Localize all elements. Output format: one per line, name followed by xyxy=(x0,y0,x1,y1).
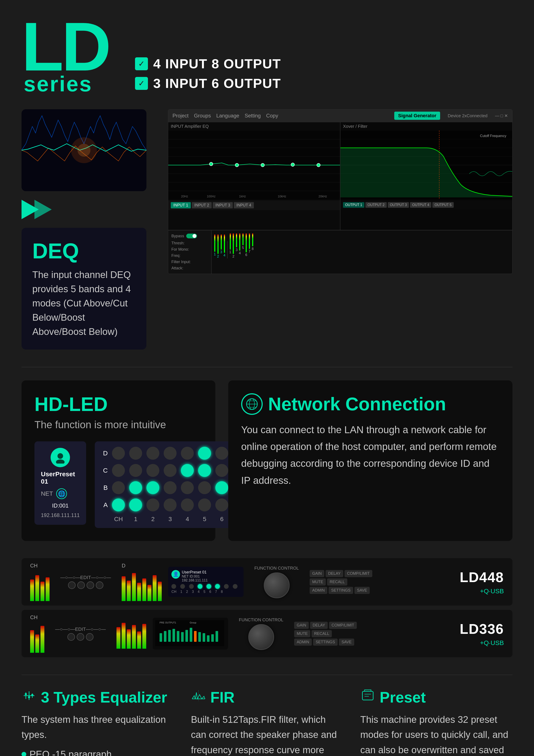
input-tab-1[interactable]: INPUT 1 xyxy=(171,202,191,208)
signal-gen-btn[interactable]: Signal Generator xyxy=(394,112,440,120)
network-panel: Network Connection You can connect to th… xyxy=(228,380,513,541)
knob-336-3[interactable] xyxy=(86,633,93,641)
output-tab-2[interactable]: OUTPUT 2 xyxy=(366,202,387,208)
svg-text:PRE OUTPUT1: PRE OUTPUT1 xyxy=(160,621,176,624)
led-c6[interactable] xyxy=(198,464,211,477)
led-d5[interactable] xyxy=(181,447,194,460)
sw-menu-groups[interactable]: Groups xyxy=(194,113,211,119)
led-a3[interactable] xyxy=(146,499,159,511)
led-a1[interactable] xyxy=(112,499,125,511)
led-a7[interactable] xyxy=(215,499,228,511)
led-b1[interactable] xyxy=(112,481,125,494)
eq-icon xyxy=(21,688,37,707)
336-delay-btn[interactable]: DELAY xyxy=(310,622,328,629)
led-d7[interactable] xyxy=(215,447,228,460)
mini-led-2[interactable] xyxy=(180,584,185,589)
save-btn[interactable]: SAVE xyxy=(354,587,370,594)
sw-menu-setting[interactable]: Setting xyxy=(244,113,261,119)
led-d2[interactable] xyxy=(129,447,142,460)
out-fader-4: 4 xyxy=(239,233,241,258)
336-mute-btn[interactable]: MUTE xyxy=(294,630,310,637)
mini-led-7[interactable] xyxy=(224,584,229,589)
out-label-6: 6 xyxy=(245,253,247,257)
sw-menu-language[interactable]: Language xyxy=(216,113,239,119)
knob-3[interactable] xyxy=(87,581,94,589)
output-tab-3[interactable]: OUTPUT 3 xyxy=(388,202,409,208)
preset-card: Preset This machine provides 32 preset m… xyxy=(360,688,513,756)
led-c5[interactable] xyxy=(181,464,194,477)
comp-btn[interactable]: COMP/LIMIT xyxy=(344,570,372,577)
led-a5[interactable] xyxy=(181,499,194,511)
input-tab-3[interactable]: INPUT 3 xyxy=(213,202,233,208)
out-label-3: 3 xyxy=(236,248,238,252)
led-a2[interactable] xyxy=(129,499,142,511)
input-tab-4[interactable]: INPUT 4 xyxy=(234,202,254,208)
delay-btn[interactable]: DELAY xyxy=(326,570,343,577)
output-tab-1[interactable]: OUTPUT 1 xyxy=(343,202,364,208)
recall-btn[interactable]: RECALL xyxy=(327,579,347,585)
out-meter-6 xyxy=(246,233,247,252)
led-b2[interactable] xyxy=(129,481,142,494)
meter-1 xyxy=(30,580,34,601)
led-d6[interactable] xyxy=(198,447,211,460)
336-settings-btn[interactable]: SETTINGS xyxy=(313,638,338,646)
336-recall-btn[interactable]: RECALL xyxy=(312,630,332,637)
main-top-content: DEQ The input channel DEQ provides 5 ban… xyxy=(21,109,513,350)
led-b7[interactable] xyxy=(215,481,228,494)
led-b3[interactable] xyxy=(146,481,159,494)
sw-eq-label: INPUT Amplifier EQ xyxy=(168,122,340,131)
mute-btn[interactable]: MUTE xyxy=(310,579,326,585)
settings-btn[interactable]: SETTINGS xyxy=(329,587,353,594)
336-save-btn[interactable]: SAVE xyxy=(339,638,354,646)
led-a6[interactable] xyxy=(198,499,211,511)
out-label-2: 2 xyxy=(233,255,235,258)
fader-divider xyxy=(227,241,228,258)
output-tab-5[interactable]: OUTPUT 5 xyxy=(432,202,454,208)
led-b5[interactable] xyxy=(181,481,194,494)
ld448-ip: 192.168.111.111 xyxy=(182,579,208,582)
input-tab-2[interactable]: INPUT 2 xyxy=(192,202,212,208)
fir-card-title: FIR xyxy=(191,688,343,707)
out-meter-7 xyxy=(249,233,250,249)
function-knob-336[interactable] xyxy=(248,624,274,650)
knob-336-2[interactable] xyxy=(77,633,84,641)
function-knob-448[interactable] xyxy=(264,572,290,598)
led-b6[interactable] xyxy=(198,481,211,494)
led-c1[interactable] xyxy=(112,464,125,477)
svg-point-15 xyxy=(317,163,320,167)
mini-led-1[interactable] xyxy=(171,584,176,589)
led-d3[interactable] xyxy=(146,447,159,460)
admin-btn[interactable]: ADMIN xyxy=(310,587,327,594)
output-tab-4[interactable]: OUTPUT 4 xyxy=(410,202,431,208)
led-b4[interactable] xyxy=(164,481,177,494)
mini-led-5[interactable] xyxy=(207,584,211,589)
led-c7[interactable] xyxy=(215,464,228,477)
mini-led-6[interactable] xyxy=(215,584,220,589)
led-d4[interactable] xyxy=(164,447,177,460)
gain-btn[interactable]: GAIN xyxy=(310,570,324,577)
led-c4[interactable] xyxy=(164,464,177,477)
mini-led-4[interactable] xyxy=(198,584,202,589)
led-a4[interactable] xyxy=(164,499,177,511)
function-ctrl-label-336: FUNCTION CONTROL xyxy=(239,617,283,622)
sw-menu-copy[interactable]: Copy xyxy=(266,113,278,119)
knob-336-1[interactable] xyxy=(67,633,75,641)
sw-menu-project[interactable]: Project xyxy=(172,113,189,119)
ld448-user-row: 👤 UserPreset 01 NET ID:001 192.168.111.1… xyxy=(171,570,240,582)
meter-3 xyxy=(40,582,44,601)
svg-rect-48 xyxy=(203,633,205,642)
mini-led-3[interactable] xyxy=(189,584,194,589)
knob-2[interactable] xyxy=(77,581,85,589)
led-c3[interactable] xyxy=(146,464,159,477)
knob-1[interactable] xyxy=(68,581,76,589)
knob-4[interactable] xyxy=(96,581,103,589)
out-fader-2: 2 xyxy=(233,233,235,258)
network-description: You can connect to the LAN through a net… xyxy=(241,421,499,489)
led-d1[interactable] xyxy=(112,447,125,460)
output-faders: 1 2 3 4 xyxy=(229,233,254,258)
mini-led-8[interactable] xyxy=(233,584,238,589)
led-c2[interactable] xyxy=(129,464,142,477)
336-comp-btn[interactable]: COMP/LIMIT xyxy=(329,622,357,629)
336-admin-btn[interactable]: ADMIN xyxy=(294,638,312,646)
336-gain-btn[interactable]: GAIN xyxy=(294,622,309,629)
